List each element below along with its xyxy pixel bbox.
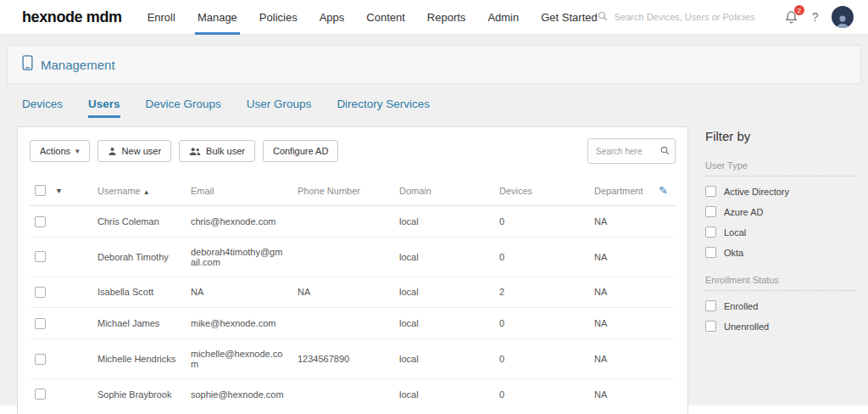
filter-option-active-directory[interactable]: Active Directory — [705, 186, 858, 197]
table-row: Michael James mike@hexnode.com local 0 N… — [30, 308, 676, 339]
nav-item-policies[interactable]: Policies — [259, 0, 298, 35]
new-user-button[interactable]: New user — [97, 140, 171, 162]
column-header-devices[interactable]: Devices — [494, 176, 589, 206]
tab-device-groups[interactable]: Device Groups — [146, 98, 221, 118]
department-cell: NA — [589, 308, 654, 339]
filter-sidebar: Filter by User Type Active Directory Azu… — [705, 126, 858, 332]
phone-cell: 1234567890 — [292, 338, 394, 378]
global-search — [598, 9, 771, 25]
column-header-username-label: Username — [97, 186, 141, 196]
devices-count[interactable]: 0 — [494, 308, 589, 339]
phone-cell — [292, 206, 394, 238]
caret-down-icon: ▾ — [75, 148, 80, 155]
row-checkbox[interactable] — [35, 251, 46, 262]
username-link[interactable]: Michelle Hendricks — [92, 338, 186, 378]
configure-ad-button[interactable]: Configure AD — [263, 140, 338, 162]
group-icon — [189, 147, 201, 156]
filter-option-label: Active Directory — [724, 187, 789, 197]
column-header-department[interactable]: Department — [589, 176, 654, 206]
actions-button[interactable]: Actions ▾ — [30, 140, 90, 162]
row-checkbox[interactable] — [35, 389, 46, 400]
filter-section-user-type: User Type — [705, 160, 858, 176]
select-menu-caret-icon[interactable]: ▾ — [57, 186, 61, 195]
page-body: Management Devices Users Device Groups U… — [0, 35, 868, 406]
filter-checkbox[interactable] — [705, 186, 716, 197]
notification-badge: 2 — [794, 5, 804, 15]
column-header-domain[interactable]: Domain — [394, 176, 494, 206]
table-row: Michelle Hendricks michelle@hexnode.com … — [30, 338, 676, 378]
filter-checkbox[interactable] — [705, 247, 716, 258]
nav-item-admin[interactable]: Admin — [487, 0, 519, 35]
avatar[interactable] — [832, 6, 854, 28]
global-search-input[interactable] — [613, 11, 764, 23]
edit-columns-icon[interactable]: ✎ — [659, 184, 668, 197]
department-cell: NA — [589, 206, 654, 238]
bulk-user-button-label: Bulk user — [206, 146, 245, 156]
filter-option-enrolled[interactable]: Enrolled — [705, 300, 858, 311]
bulk-user-button[interactable]: Bulk user — [179, 140, 255, 162]
search-icon — [660, 143, 670, 159]
email-cell: sophie@hexnode.com — [186, 378, 292, 409]
filter-option-label: Unenrolled — [724, 322, 769, 332]
username-link[interactable]: Isabella Scott — [92, 277, 186, 308]
navbar-right: 2 ? — [598, 6, 854, 28]
filter-option-local[interactable]: Local — [705, 227, 858, 238]
filter-option-okta[interactable]: Okta — [705, 247, 858, 258]
filter-option-unenrolled[interactable]: Unenrolled — [705, 321, 858, 332]
tab-directory-services[interactable]: Directory Services — [337, 98, 430, 118]
phone-cell — [292, 237, 394, 277]
nav-item-reports[interactable]: Reports — [427, 0, 466, 35]
nav-item-enroll[interactable]: Enroll — [147, 0, 175, 35]
select-all-checkbox[interactable] — [35, 185, 46, 196]
tab-devices[interactable]: Devices — [22, 98, 63, 118]
nav-item-get-started[interactable]: Get Started — [541, 0, 597, 35]
column-header-email[interactable]: Email — [186, 176, 292, 206]
sort-asc-icon: ▲ — [143, 188, 150, 196]
tab-user-groups[interactable]: User Groups — [247, 98, 312, 118]
column-header-phone[interactable]: Phone Number — [292, 176, 394, 206]
nav-item-apps[interactable]: Apps — [320, 0, 345, 35]
username-link[interactable]: Chris Coleman — [92, 206, 186, 238]
email-cell: NA — [186, 277, 292, 308]
department-cell: NA — [589, 277, 654, 308]
notifications-button[interactable]: 2 — [784, 9, 799, 25]
domain-cell: local — [394, 237, 494, 277]
username-link[interactable]: Deborah Timothy — [92, 237, 186, 277]
hexnode-logo[interactable]: hexnode mdm — [22, 8, 122, 26]
tab-users[interactable]: Users — [88, 98, 120, 118]
email-cell: chris@hexnode.com — [186, 206, 292, 238]
filter-checkbox[interactable] — [705, 321, 716, 332]
filter-option-label: Enrolled — [724, 301, 758, 311]
filter-option-label: Azure AD — [724, 207, 763, 217]
table-row: Isabella Scott NA NA local 2 NA — [30, 277, 676, 308]
devices-count[interactable]: 2 — [494, 277, 589, 308]
table-search-input[interactable] — [594, 146, 660, 157]
configure-ad-button-label: Configure AD — [273, 146, 328, 156]
row-checkbox[interactable] — [35, 318, 46, 329]
person-icon — [108, 147, 117, 156]
filter-option-azure-ad[interactable]: Azure AD — [705, 206, 858, 217]
filter-checkbox[interactable] — [705, 227, 716, 238]
devices-count[interactable]: 0 — [494, 237, 589, 277]
row-checkbox[interactable] — [35, 216, 46, 227]
devices-count[interactable]: 0 — [494, 338, 589, 378]
column-header-username[interactable]: Username▲ — [92, 176, 186, 206]
filter-checkbox[interactable] — [705, 300, 716, 311]
table-row: Sophie Braybrook sophie@hexnode.com loca… — [30, 378, 676, 409]
filter-option-label: Okta — [724, 248, 743, 258]
devices-count[interactable]: 0 — [494, 378, 589, 409]
pagination-info: 1-6 of 6 — [30, 409, 676, 414]
row-checkbox[interactable] — [35, 354, 46, 365]
management-header: Management — [7, 45, 861, 84]
username-link[interactable]: Michael James — [92, 308, 186, 339]
nav-item-manage[interactable]: Manage — [198, 0, 237, 35]
help-button[interactable]: ? — [812, 10, 819, 24]
devices-count[interactable]: 0 — [494, 206, 589, 238]
domain-cell: local — [394, 206, 494, 238]
username-link[interactable]: Sophie Braybrook — [92, 378, 186, 409]
filter-option-label: Local — [724, 227, 746, 238]
row-checkbox[interactable] — [35, 287, 46, 298]
nav-item-content[interactable]: Content — [366, 0, 405, 35]
filter-checkbox[interactable] — [705, 206, 716, 217]
email-cell: michelle@hexnode.com — [186, 338, 292, 378]
